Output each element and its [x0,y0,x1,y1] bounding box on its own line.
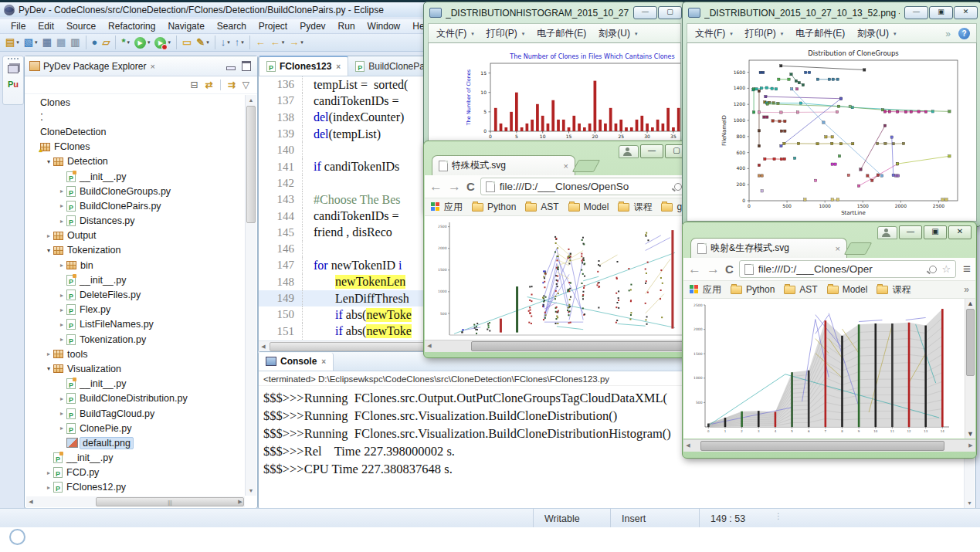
tree-item--[interactable]: ⁚ [26,110,245,124]
address-bar[interactable]: file:///D:/___Clones/OpenSo [480,178,687,195]
scrollbar-thumb[interactable]: ||| [96,497,244,506]
maximize-icon[interactable]: ▢ [658,6,682,19]
editor-tab-fclones123[interactable]: FClones123× [259,56,348,76]
viewer1-titlebar[interactable]: _DISTRIBUTIONHISTOGRAM_2015_10_27_10_1..… [424,2,685,22]
url-text[interactable]: file:///D:/___Clones/OpenSo [500,181,670,192]
browser2-tab[interactable]: 映射&生存模式.svg × [690,238,847,258]
dropdown-caret-icon[interactable]: ▾ [127,39,130,46]
bookmark-0[interactable]: 应用 [431,201,463,214]
maximize-view-icon[interactable] [242,61,251,71]
bookmark-4[interactable]: 课程 [618,201,652,214]
reload-icon[interactable]: C [725,262,734,276]
tree-item-tokenization[interactable]: ▾Tokenization [26,243,245,258]
menu-window[interactable]: Window [361,20,407,32]
bookmark-2[interactable]: AST [525,201,558,212]
back-icon[interactable]: ←▾ [269,35,287,50]
forward-icon[interactable]: →▾ [287,35,305,50]
menu-edit[interactable]: Edit [32,20,60,32]
dropdown-caret-icon[interactable]: ▾ [148,39,151,46]
menu-icon[interactable]: ≡ [963,262,971,277]
tree-closed-arrow-icon[interactable]: ▸ [57,188,66,195]
close-icon[interactable]: × [321,357,326,366]
profile-icon[interactable] [877,226,897,239]
scroll-left-icon[interactable]: ◀ [259,341,268,352]
save-icon[interactable]: ▦ [41,35,53,50]
scrollbar-thumb[interactable] [246,106,256,223]
viewer2-titlebar[interactable]: _DISTRIBUTION_2015_10_27_10_13_52.png - … [683,2,980,22]
viewer-menu-E[interactable]: 电子邮件(E) [537,27,595,40]
tree-item-buildclonedistribution-py[interactable]: ▸BuildCloneDistribution.py [26,391,245,406]
tab-console[interactable]: Console × [259,353,334,371]
close-tab-icon[interactable]: × [336,63,341,71]
scroll-right-icon[interactable]: ▶ [966,440,975,452]
dropdown-caret-icon[interactable]: ▾ [282,39,285,46]
viewer-menu-E[interactable]: 电子邮件(E) [795,27,854,40]
tree-closed-arrow-icon[interactable]: ▸ [57,218,66,225]
dropdown-caret-icon[interactable]: ▾ [35,39,38,46]
scroll-up-icon[interactable]: ▲ [965,300,975,307]
tree-item-fclones12-py[interactable]: ▸FClones12.py [26,480,245,495]
tree-closed-arrow-icon[interactable]: ▸ [57,410,66,417]
tree-item-listfilenames-py[interactable]: ▸ListFileNames.py [26,317,245,332]
menu-search[interactable]: Search [211,20,253,32]
tree-item-fcd-py[interactable]: ▸FCD.py [26,466,245,480]
scroll-left-icon[interactable]: ◀ [26,496,36,507]
print-icon[interactable]: ▥ [69,35,81,50]
menu-refactoring[interactable]: Refactoring [102,20,161,32]
dropdown-caret-icon[interactable]: ▾ [16,39,19,46]
scroll-down-icon[interactable]: ▼ [246,486,256,496]
run-icon[interactable]: ▶▾ [133,35,152,50]
tree-closed-arrow-icon[interactable]: ▸ [44,232,53,239]
tree-closed-arrow-icon[interactable]: ▸ [44,484,53,491]
tree-item---init---py[interactable]: __init__.py [26,377,245,391]
tree-open-arrow-icon[interactable]: ▾ [44,158,53,165]
minimize-icon[interactable]: — [904,6,928,19]
tree-item-visualization[interactable]: ▾Visualization [26,361,245,376]
menu-pydev[interactable]: Pydev [293,20,331,32]
tree-item---init---py[interactable]: __init__.py [26,451,245,466]
menu-source[interactable]: Source [60,20,102,32]
python-icon[interactable]: ● [90,35,100,50]
bookmarks-overflow-icon[interactable]: » [964,284,969,295]
new-tab-button[interactable] [572,160,601,172]
tree-item-flex-py[interactable]: ▸Flex.py [26,303,245,317]
explorer-horizontal-scrollbar[interactable]: ◀ ||| ▶ [26,496,245,507]
back-icon[interactable]: ← [688,262,701,277]
address-bar[interactable]: file:///D:/___Clones/Oper ☆ [739,260,956,278]
scrollbar-thumb[interactable] [966,309,975,376]
tree-item-output[interactable]: ▸Output [26,229,245,243]
tree-item-clonedetection[interactable]: CloneDetection [26,124,245,139]
menu-navigate[interactable]: Navigate [161,20,210,32]
forward-icon[interactable]: → [707,262,720,277]
close-tab-icon[interactable]: × [836,244,840,253]
tree-item-detection[interactable]: ▾Detection [26,154,245,169]
tree-closed-arrow-icon[interactable]: ▸ [44,469,53,476]
start-orb-icon[interactable] [9,529,25,545]
restore-view-icon[interactable] [3,63,23,76]
tree-item---init---py[interactable]: __init__.py [26,169,245,184]
package-explorer-title[interactable]: PyDev Package Explorer [43,61,146,72]
tree-item-fclones[interactable]: ▲FClones [26,140,245,154]
tree-item-tools[interactable]: ▸tools [26,347,245,361]
bookmark-1[interactable]: Python [731,284,775,295]
scroll-left-icon[interactable]: ◀ [425,340,434,352]
tree-item-buildclonepairs-py[interactable]: ▸BuildClonePairs.py [26,198,245,213]
bookmark-2[interactable]: AST [784,284,817,295]
tree-item-clones[interactable]: Clones [26,95,245,110]
search-icon[interactable] [929,266,937,273]
open-folder-icon[interactable]: ▭ [181,35,193,50]
scrollbar-thumb[interactable] [471,341,690,351]
minimize-icon[interactable]: — [899,225,922,239]
tree-item-clonepie-py[interactable]: ▸ClonePie.py [26,421,245,435]
menu-run[interactable]: Run [332,20,361,32]
restore-icon[interactable]: ▣ [929,6,953,19]
tree-item-fclones123-py[interactable]: ▸▲FClones123.py [26,495,245,496]
scroll-down-icon[interactable]: ▼ [965,430,975,438]
last-edit-icon[interactable]: ← [254,35,267,50]
viewer-menu-U[interactable]: 刻录(U)▾ [599,27,646,40]
scroll-left-icon[interactable]: ◀ [683,440,693,452]
reload-icon[interactable]: C [466,180,475,193]
url-text[interactable]: file:///D:/___Clones/Oper [758,263,925,275]
viewer-menu-P[interactable]: 打印(P)▾ [487,27,534,40]
profile-icon[interactable] [619,145,639,158]
